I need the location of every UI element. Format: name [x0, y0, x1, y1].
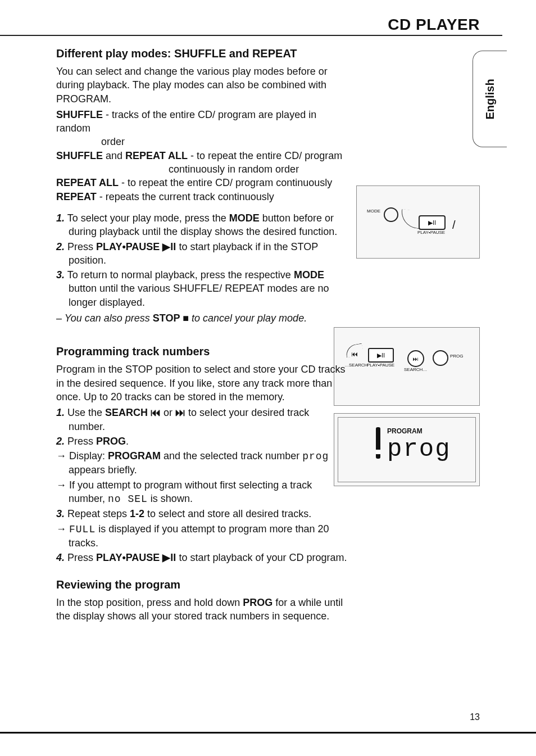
s2-step2: 2. Press PROG.: [56, 434, 348, 448]
mode-repeat: REPEAT - repeats the current track conti…: [56, 190, 348, 203]
s1-step1-num: 1.: [56, 212, 65, 224]
s2-arrow2-b: is shown.: [148, 493, 193, 504]
section1-heading: Different play modes: SHUFFLE and REPEAT: [56, 47, 348, 60]
language-tab-label: English: [484, 79, 497, 119]
section2-intro: Program in the STOP position to select a…: [56, 363, 348, 404]
mode-knob-icon: [384, 207, 398, 222]
s1-step3-a: To return to normal playback, press the …: [65, 269, 294, 280]
mode-repeat-desc: - repeats the current track continuously: [97, 191, 274, 202]
prog-knob-icon: [433, 350, 448, 366]
s2-step2-c: .: [126, 436, 129, 447]
s1-step3-num: 3.: [56, 269, 65, 280]
section1-steps: 1. To select your play mode, press the M…: [56, 211, 348, 309]
s2-step3: 3. Repeat steps 1-2 to select and store …: [56, 507, 348, 520]
mode-shufrepeat-label-b: REPEAT ALL: [125, 150, 188, 161]
s2-arrow3-b: is displayed if you attempt to program m…: [69, 523, 329, 549]
s2-step3-num: 3.: [56, 508, 65, 519]
fig2-playpause-button-icon: ▶II: [368, 348, 394, 363]
s2-step2-num: 2.: [56, 436, 65, 447]
fig1-slash-icon: /: [452, 219, 456, 232]
s2-step4-c: to start playback of your CD program.: [176, 552, 347, 563]
page-header-title: CD PLAYER: [388, 16, 480, 34]
figure-search-prog: ⏮ …SEARCH ▶II PLAY•PAUSE ⏭ SEARCH… PROG: [334, 327, 480, 406]
page-number: 13: [470, 712, 480, 722]
section2-steps: 1. Use the SEARCH ⏮ or ⏭ to select your …: [56, 406, 348, 448]
mode-shufrepeat-label-a: SHUFFLE: [56, 150, 103, 161]
s1-note-dash: –: [56, 313, 62, 324]
s2-step1-a: Use the: [65, 407, 105, 418]
s2-step3-c: to select and store all desired tracks.: [144, 508, 311, 519]
fig3-program-label: PROGRAM: [387, 427, 423, 435]
section2-heading: Programming track numbers: [56, 345, 348, 358]
s2-arrow1-seg: prog: [302, 451, 329, 462]
s2-step4-b: PLAY•PAUSE ▶II: [96, 552, 176, 563]
s2-arrow3-seg: FULL: [69, 524, 96, 535]
language-tab: English: [473, 51, 507, 147]
s1-step2: 2. Press PLAY•PAUSE ▶II to start playbac…: [56, 240, 348, 268]
section3-heading: Reviewing the program: [56, 578, 348, 591]
s2-step1-num: 1.: [56, 407, 65, 418]
s1-step2-a: Press: [65, 241, 96, 252]
s1-step1: 1. To select your play mode, press the M…: [56, 211, 348, 239]
section3-body-a: In the stop position, press and hold dow…: [56, 597, 243, 608]
s2-step4-num: 4.: [56, 552, 65, 563]
s2-step2-a: Press: [65, 436, 96, 447]
mode-shuffle-cont: order: [56, 135, 348, 148]
s2-arrow1-c: and the selected track number: [161, 450, 302, 461]
s1-note-a: You can also press: [62, 313, 153, 324]
search-back-icon: ⏮: [351, 350, 358, 358]
mode-repeat-all-label: REPEAT ALL: [56, 177, 119, 188]
fig3-segment-text: prog: [387, 435, 451, 463]
fig2-prog-label: PROG: [450, 354, 464, 359]
s1-step2-num: 2.: [56, 241, 65, 252]
s2-step4: 4. Press PLAY•PAUSE ▶II to start playbac…: [56, 551, 348, 564]
section2-steps-cont: 3. Repeat steps 1-2 to select and store …: [56, 507, 348, 520]
footer-rule: [0, 732, 536, 734]
mode-repeat-all: REPEAT ALL - to repeat the entire CD/ pr…: [56, 176, 348, 189]
s1-step3-c: button until the various SHUFFLE/ REPEAT…: [69, 283, 329, 307]
section3-body-b: PROG: [243, 597, 272, 608]
section2-steps-cont2: 4. Press PLAY•PAUSE ▶II to start playbac…: [56, 551, 348, 564]
mode-shufrepeat-cont: continuously in random order: [56, 162, 348, 176]
section1-intro: You can select and change the various pl…: [56, 65, 348, 106]
s2-arrow1-b: PROGRAM: [108, 450, 161, 461]
s1-note: – You can also press STOP ■ to cancel yo…: [56, 311, 348, 325]
fig3-track-indicator-icon: [376, 427, 380, 459]
play-pause-button-icon: ▶II: [419, 215, 446, 230]
mode-shufrepeat-desc: - to repeat the entire CD/ program: [188, 150, 342, 161]
mode-shufrepeat-and: and: [103, 150, 125, 161]
figure-lcd-program: PROGRAM prog: [334, 413, 480, 486]
s2-step3-b: 1-2: [130, 508, 144, 519]
s2-step3-a: Repeat steps: [65, 508, 130, 519]
s2-arrow1-a: → Display:: [56, 450, 108, 461]
s1-step3-b: MODE: [294, 269, 324, 280]
s2-step1: 1. Use the SEARCH ⏮ or ⏭ to select your …: [56, 406, 348, 433]
s2-arrow3-a: →: [56, 523, 69, 535]
s2-arrow3: → FULL is displayed if you attempt to pr…: [56, 522, 348, 550]
s2-step1-b: SEARCH ⏮: [105, 407, 163, 418]
s2-arrow1-d: appears briefly.: [69, 464, 137, 476]
mode-shuffle-label: SHUFFLE: [56, 109, 103, 120]
s1-step2-b: PLAY•PAUSE ▶II: [96, 241, 176, 252]
section3-body: In the stop position, press and hold dow…: [56, 596, 348, 623]
mode-shuffle: SHUFFLE - tracks of the entire CD/ progr…: [56, 108, 348, 149]
s2-step1-d: ⏭: [172, 407, 188, 418]
s1-step1-a: To select your play mode, press the: [65, 212, 229, 224]
mode-repeat-label: REPEAT: [56, 191, 97, 202]
s1-step1-b: MODE: [229, 212, 260, 224]
s1-note-b: STOP ■: [153, 313, 189, 324]
fig1-playpause-label: PLAY•PAUSE: [417, 230, 445, 235]
figure-mode-playpause: MODE ▶II PLAY•PAUSE /: [356, 185, 480, 259]
s2-step2-b: PROG: [96, 436, 126, 447]
mode-repeat-all-desc: - to repeat the entire CD/ program conti…: [119, 177, 332, 188]
search-forward-icon: ⏭: [407, 350, 424, 367]
s1-note-c: to cancel your play mode.: [189, 313, 307, 324]
fig2-playpause-label: PLAY•PAUSE: [367, 363, 394, 368]
s2-step1-c: or: [163, 407, 172, 418]
mode-shuffle-repeat-all: SHUFFLE and REPEAT ALL - to repeat the e…: [56, 149, 348, 176]
s2-arrow1: → Display: PROGRAM and the selected trac…: [56, 449, 348, 477]
s2-step4-a: Press: [65, 552, 96, 563]
s1-step3: 3. To return to normal playback, press t…: [56, 268, 348, 309]
s2-arrow2: → If you attempt to program without firs…: [56, 478, 348, 506]
fig1-mode-label: MODE: [367, 209, 380, 214]
